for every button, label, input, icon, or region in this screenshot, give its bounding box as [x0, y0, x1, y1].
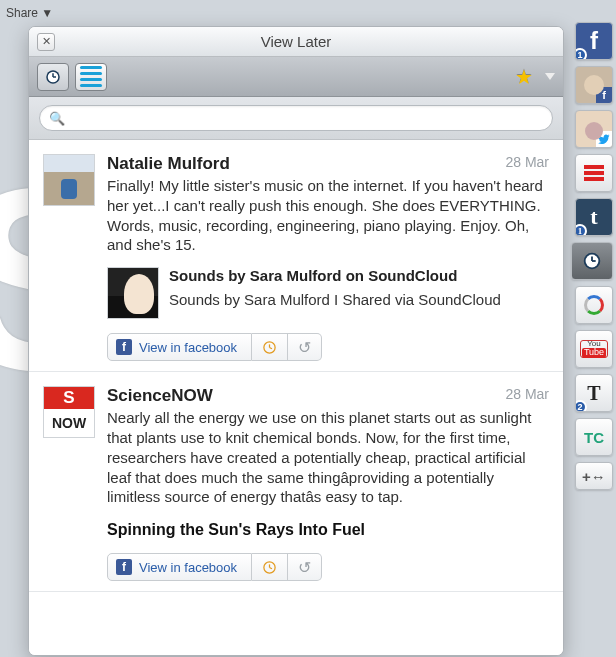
nyt-icon: T — [587, 382, 600, 405]
action-label: View in facebook — [139, 340, 237, 355]
post-date: 28 Mar — [505, 154, 549, 170]
undo-button[interactable]: ↺ — [288, 333, 322, 361]
dock-add[interactable]: +↔ — [575, 462, 613, 490]
tc-icon: TC — [584, 429, 604, 446]
badge: 2 — [575, 400, 587, 412]
feed: Natalie Mulford 28 Mar Finally! My littl… — [29, 140, 563, 655]
clock-icon — [44, 68, 62, 86]
close-icon: ✕ — [42, 35, 51, 48]
dock-espn[interactable] — [575, 154, 613, 192]
badge: 1 — [575, 224, 587, 236]
post-actions: f View in facebook ↺ — [107, 553, 549, 581]
save-later-button[interactable] — [252, 333, 288, 361]
clock-icon — [581, 250, 603, 272]
undo-icon: ↺ — [298, 558, 311, 577]
share-hint: Share ▼ — [6, 6, 53, 20]
avatar — [43, 154, 95, 206]
post-actions: f View in facebook ↺ — [107, 333, 549, 361]
post-text: Nearly all the energy we use on this pla… — [107, 408, 549, 507]
sidebar-dock: f 1 f t 1 YouTube T 2 TC +↔ — [570, 22, 616, 490]
dock-google-reader[interactable] — [575, 286, 613, 324]
avatar: S NOW — [43, 386, 95, 438]
facebook-icon: f — [116, 559, 132, 575]
avatar-top: S — [44, 387, 94, 409]
searchbar: 🔍 — [29, 97, 563, 140]
post-date: 28 Mar — [505, 386, 549, 402]
dock-tumblr[interactable]: t 1 — [575, 198, 613, 236]
dock-profile-1[interactable]: f — [575, 66, 613, 104]
post-author: ScienceNOW — [107, 386, 213, 406]
save-later-button[interactable] — [252, 553, 288, 581]
feed-post: Natalie Mulford 28 Mar Finally! My littl… — [29, 140, 563, 372]
panel-title: View Later — [29, 33, 563, 50]
action-label: View in facebook — [139, 560, 237, 575]
view-in-facebook-button[interactable]: f View in facebook — [107, 553, 252, 581]
plus-icon: +↔ — [582, 468, 606, 485]
post-headline: Spinning the Sun's Rays Into Fuel — [107, 521, 549, 539]
toolbar: ★ — [29, 57, 563, 97]
list-view-button[interactable] — [75, 63, 107, 91]
clock-icon — [262, 560, 277, 575]
dropdown-toggle[interactable] — [545, 73, 555, 80]
post-text: Finally! My little sister's music on the… — [107, 176, 549, 255]
list-icon — [80, 66, 102, 87]
view-in-facebook-button[interactable]: f View in facebook — [107, 333, 252, 361]
post-author: Natalie Mulford — [107, 154, 230, 174]
history-button[interactable] — [37, 63, 69, 91]
youtube-icon: YouTube — [580, 340, 608, 358]
favorite-button[interactable]: ★ — [515, 65, 533, 89]
attachment-title: Sounds by Sara Mulford on SoundCloud — [169, 267, 549, 286]
attachment-desc: Sounds by Sara Mulford I Shared via Soun… — [169, 290, 549, 310]
svg-line-9 — [270, 567, 273, 568]
badge: 1 — [575, 48, 587, 60]
reader-icon — [584, 295, 604, 315]
feed-post: S NOW ScienceNOW 28 Mar Nearly all the e… — [29, 372, 563, 592]
titlebar: ✕ View Later — [29, 27, 563, 57]
espn-icon — [584, 165, 604, 181]
svg-line-6 — [270, 347, 273, 348]
twitter-corner-icon — [596, 131, 612, 147]
avatar-bot: NOW — [52, 409, 86, 437]
facebook-icon: f — [116, 339, 132, 355]
post-attachment: Sounds by Sara Mulford on SoundCloud Sou… — [107, 267, 549, 319]
dock-facebook[interactable]: f 1 — [575, 22, 613, 60]
close-button[interactable]: ✕ — [37, 33, 55, 51]
attachment-thumb — [107, 267, 159, 319]
dock-techcrunch[interactable]: TC — [575, 418, 613, 456]
undo-button[interactable]: ↺ — [288, 553, 322, 581]
search-input[interactable] — [39, 105, 553, 131]
dock-profile-2[interactable] — [575, 110, 613, 148]
dock-nyt[interactable]: T 2 — [575, 374, 613, 412]
view-later-panel: ✕ View Later ★ 🔍 — [28, 26, 564, 656]
dock-youtube[interactable]: YouTube — [575, 330, 613, 368]
undo-icon: ↺ — [298, 338, 311, 357]
dock-view-later[interactable] — [571, 242, 613, 280]
clock-icon — [262, 340, 277, 355]
facebook-corner-icon: f — [596, 87, 612, 103]
